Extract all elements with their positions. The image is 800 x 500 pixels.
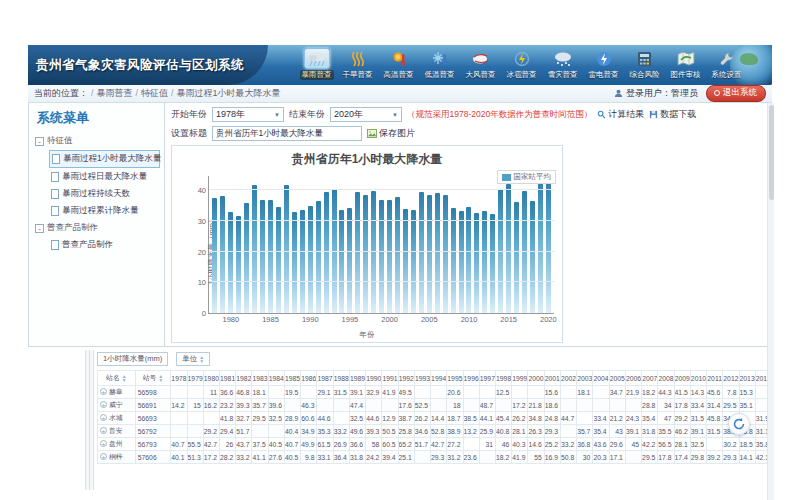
tree-item[interactable]: 暴雨过程1小时最大降水量 [49,150,160,168]
breadcrumb: /暴雨普查/特征值/暴雨过程1小时最大降水量 [88,87,281,100]
tree-item[interactable]: 暴雨过程累计降水量 [49,203,160,219]
bar [220,196,225,313]
bar-2017 [521,176,529,313]
value-cell: 17.8 [674,399,690,412]
value-cell: 45.6 [707,386,723,399]
tree-folder-label: 普查产品制作 [47,222,98,234]
bar-1987 [282,176,290,313]
nav-lightning[interactable]: 雷电普查 [584,48,623,80]
row-expander-icon[interactable]: + [100,427,107,434]
chart-title-input[interactable] [212,126,362,141]
station-name-cell: +桐梓 [98,451,136,464]
tree-folder[interactable]: -特征值 [35,133,164,149]
value-cell: 46.8 [236,386,252,399]
data-download-button[interactable]: 数据下载 [649,108,696,121]
nav-item-label: 综合风险 [628,70,662,80]
row-expander-icon[interactable]: + [100,414,107,421]
value-cell [203,412,219,425]
nav-settings[interactable]: 系统设置 [707,48,746,80]
value-cell: 15 [187,399,203,412]
nav-drought[interactable]: 干旱普查 [338,48,377,80]
value-cell: 44.3 [658,386,674,399]
column-header-year: 2007 [642,371,658,386]
sort-arrows-icon[interactable]: ▲▼ [122,374,127,382]
range-notice: （规范采用1978-2020年数据作为普查时间范围） [407,109,592,121]
value-cell: 32.5 [349,412,365,425]
scrollbar-thumb[interactable] [769,105,774,200]
save-image-button[interactable]: 保存图片 [367,127,415,140]
nav-snow[interactable]: 雪灾普查 [543,48,582,80]
refresh-button[interactable] [728,413,750,435]
row-expander-icon[interactable]: + [100,401,107,408]
column-header-year: 1982 [236,371,252,386]
value-cell: 45.4 [496,412,512,425]
value-cell: 35.7 [577,425,593,438]
bar-2010: 2010 [465,176,473,313]
chart-legend[interactable]: 国家站平均 [497,170,557,184]
nav-cold[interactable]: 低温普查 [420,48,459,80]
value-cell: 31.5 [707,425,723,438]
app-brand: 贵州省气象灾害风险评估与区划系统 [28,45,268,85]
nav-heat[interactable]: 高温普查 [379,48,418,80]
tree-item[interactable]: 暴雨过程日最大降水量 [49,169,160,185]
value-cell: 18 [447,399,463,412]
vertical-scrollbar[interactable] [767,103,774,500]
breadcrumb-user-strip: 当前的位置： /暴雨普查/特征值/暴雨过程1小时最大降水量 登录用户：管理员 退… [28,85,772,103]
value-cell: 52.5 [414,399,430,412]
value-cell: 16.2 [203,399,219,412]
y-tick-label: 10 [198,278,206,287]
bar [324,192,329,313]
breadcrumb-segment[interactable]: 特征值 [141,88,168,98]
column-header-station-id[interactable]: 站号▲▼ [135,371,171,386]
table-row: +水城5669341.832.729.532.528.960.644.632.5… [98,412,772,425]
row-expander-icon[interactable]: + [100,388,107,395]
nav-map-review[interactable]: 图件审核 [666,48,705,80]
bar-1982 [243,176,251,313]
sort-arrows-icon[interactable]: ▲▼ [158,374,163,382]
bar-1989 [298,176,306,313]
column-header-year: 1988 [333,371,349,386]
value-cell: 39.6 [268,399,284,412]
tree-item[interactable]: 暴雨过程持续天数 [49,186,160,202]
sidebar-title: 系统菜单 [35,107,164,133]
value-cell [707,438,723,451]
value-type-box[interactable]: 1小时降水量(mm) [97,352,168,366]
column-header-station-name[interactable]: 站名▲▼ [98,371,136,386]
value-cell: 13.2 [463,425,479,438]
value-cell: 19.5 [284,386,300,399]
end-year-select[interactable]: 2020年▼ [330,107,402,122]
value-cell: 39.1 [349,386,365,399]
value-cell: 60.5 [382,438,398,451]
breadcrumb-segment[interactable]: 暴雨过程1小时最大降水量 [177,88,281,98]
value-cell: 35.7 [252,399,268,412]
value-cell [171,425,187,438]
collapse-icon[interactable]: - [35,137,44,146]
collapse-icon[interactable]: - [35,224,44,233]
breadcrumb-segment[interactable]: 暴雨普查 [97,88,133,98]
row-expander-icon[interactable]: + [100,453,107,460]
value-cell: 43 [609,425,625,438]
tree-folder[interactable]: -普查产品制作 [35,220,164,236]
unit-dropdown[interactable]: 单位▲▼ [176,352,210,366]
value-cell: 43.6 [593,438,609,451]
chart-title: 贵州省历年1小时最大降水量 [172,146,562,168]
calc-result-button[interactable]: 计算结果 [597,108,644,121]
value-cell: 44.7 [560,412,576,425]
value-cell: 36.8 [577,438,593,451]
row-expander-icon[interactable]: + [100,440,107,447]
start-year-select[interactable]: 1978年▼ [212,107,284,122]
logout-button[interactable]: 退出系统 [706,85,766,102]
value-cell [463,386,479,399]
column-header-year: 1998 [496,371,512,386]
bar [347,208,352,313]
column-header-year: 2012 [723,371,739,386]
nav-composite-risk[interactable]: 综合风险 [625,48,664,80]
value-cell: 37.5 [252,438,268,451]
value-cell: 55.5 [187,438,203,451]
nav-rainstorm[interactable]: 暴雨普查 [297,48,336,80]
tree-item[interactable]: 普查产品制作 [49,237,160,253]
nav-hail[interactable]: 冰雹普查 [502,48,541,80]
nav-wind[interactable]: 大风普查 [461,48,500,80]
bar-2000: 2000 [386,176,394,313]
value-cell: 51.3 [187,451,203,464]
